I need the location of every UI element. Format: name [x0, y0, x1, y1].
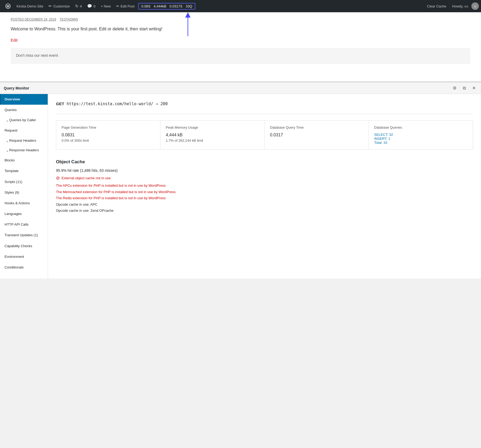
sidebar-item-hooks-actions[interactable]: Hooks & Actions: [0, 198, 48, 209]
edit-post-link[interactable]: Edit: [11, 38, 18, 42]
sidebar-item-blocks[interactable]: Blocks: [0, 155, 48, 166]
qm-main: GET https://test.kinsta.com/hello-world/…: [48, 94, 481, 279]
perf-db-time: 0.0317S: [169, 4, 182, 8]
sidebar-item-languages[interactable]: Languages: [0, 209, 48, 219]
metric-db-queries: Database Queries SELECT: 32 INSERT: 1 To…: [369, 121, 473, 150]
updates-button[interactable]: ↻ 4: [72, 0, 84, 12]
perf-queries: 33Q: [186, 4, 192, 8]
customize-button[interactable]: ✏ Customize: [46, 0, 72, 12]
qm-title: Query Monitor: [4, 86, 29, 90]
qm-header: Query Monitor ⚙ ⧉ ✕: [0, 82, 481, 94]
settings-icon[interactable]: ⚙: [451, 85, 458, 92]
metric-peak-memory: Peak Memory Usage 4,444 kB 1.7% of 262,1…: [160, 121, 265, 150]
metric-label-page-gen: Page Generation Time: [62, 125, 155, 129]
qm-sidebar: Overview Queries ⌞ Queries by Caller Req…: [0, 94, 48, 279]
info-memcached: The Memcached extension for PHP is insta…: [56, 189, 473, 195]
db-insert-link[interactable]: INSERT: 1: [374, 137, 467, 141]
metric-value-page-gen: 0.0831: [62, 133, 155, 137]
metric-value-db-time: 0.0317: [270, 133, 363, 137]
request-method: GET: [56, 101, 64, 106]
cache-hit-rate: 95.9% hit rate (1,486 hits, 63 misses): [56, 168, 473, 173]
sidebar-item-queries[interactable]: Queries: [0, 105, 48, 115]
info-redis: The Redis extension for PHP is installed…: [56, 196, 473, 201]
sidebar-item-queries-by-caller[interactable]: ⌞ Queries by Caller: [0, 115, 48, 125]
sidebar-item-overview[interactable]: Overview: [0, 94, 48, 105]
performance-box[interactable]: 0.08S 4,444kB 0.0317S 33Q: [138, 3, 196, 10]
expand-icon[interactable]: ⧉: [461, 85, 468, 92]
clear-cache-button[interactable]: Clear Cache: [424, 4, 449, 8]
divider: [56, 114, 473, 114]
metric-value-memory: 4,444 kB: [166, 133, 259, 137]
metric-page-gen-time: Page Generation Time 0.0831 0.0% of 300s…: [56, 121, 160, 150]
info-apcu: The APCu extension for PHP is installed …: [56, 183, 473, 188]
sidebar-item-styles[interactable]: Styles (9): [0, 187, 48, 198]
sidebar-item-request-headers[interactable]: ⌞ Request Headers: [0, 136, 48, 145]
comments-button[interactable]: 💬 0: [84, 0, 98, 12]
sidebar-item-scripts[interactable]: Scripts (11): [0, 177, 48, 187]
object-cache-section: Object Cache 95.9% hit rate (1,486 hits,…: [56, 159, 473, 213]
metric-label-db-queries: Database Queries: [374, 125, 467, 129]
sidebar-item-capability-checks[interactable]: Capability Checks: [0, 241, 48, 251]
svg-text:W: W: [6, 5, 10, 8]
avatar[interactable]: U: [471, 2, 479, 10]
admin-bar: W Kinsta Demo Site ✏ Customize ↻ 4 💬 0 +…: [0, 0, 481, 12]
info-opcode-apc: Opcode cache in use: APC: [56, 202, 473, 207]
sidebar-item-http-api-calls[interactable]: HTTP API Calls: [0, 219, 48, 230]
sidebar-item-conditionals[interactable]: Conditionals: [0, 262, 48, 273]
close-icon[interactable]: ✕: [470, 85, 477, 92]
qm-url-bar: GET https://test.kinsta.com/hello-world/…: [56, 101, 473, 106]
metric-db-query-time: Database Query Time 0.0317: [265, 121, 369, 150]
site-name[interactable]: Kinsta Demo Site: [14, 0, 46, 12]
sidebar-item-template[interactable]: Template: [0, 166, 48, 176]
widget-area: Don't miss our next event: [11, 48, 470, 64]
adminbar-right: Clear Cache Howdy, ea U: [424, 2, 479, 10]
sidebar-item-request[interactable]: Request: [0, 125, 48, 136]
warning-text: External object cache not in use: [62, 176, 111, 180]
info-opcode-zend: Opcode cache in use: Zend OPcache: [56, 208, 473, 213]
widget-text: Don't miss our next event: [16, 53, 58, 58]
db-select-link[interactable]: SELECT: 32: [374, 133, 467, 137]
warning-row: ⊘ External object cache not in use: [56, 175, 473, 181]
sidebar-item-environment[interactable]: Environment: [0, 251, 48, 262]
post-author[interactable]: TESTADMIN: [60, 18, 78, 21]
warning-icon: ⊘: [56, 175, 60, 181]
response-status: 200: [160, 101, 168, 106]
new-button[interactable]: + New: [98, 0, 113, 12]
metric-sub-page-gen: 0.0% of 300s limit: [62, 139, 155, 142]
metric-label-memory: Peak Memory Usage: [166, 125, 259, 129]
howdy-text: Howdy, ea: [450, 4, 470, 8]
post-body: Welcome to WordPress. This is your first…: [11, 26, 470, 32]
qm-header-icons: ⚙ ⧉ ✕: [451, 85, 477, 92]
sidebar-item-transient-updates[interactable]: Transient Updates (1): [0, 230, 48, 241]
post-date[interactable]: POSTED DECEMBER 18, 2019: [11, 18, 56, 21]
sidebar-item-response-headers[interactable]: ⌞ Response Headers: [0, 145, 48, 155]
request-url: https://test.kinsta.com/hello-world/: [67, 101, 153, 106]
object-cache-heading: Object Cache: [56, 159, 473, 165]
metric-sub-memory: 1.7% of 262,144 kB limit: [166, 139, 259, 142]
db-total-link[interactable]: Total: 33: [374, 141, 467, 145]
post-meta: POSTED DECEMBER 18, 2019 TESTADMIN: [11, 18, 470, 21]
page-content: POSTED DECEMBER 18, 2019 TESTADMIN Welco…: [0, 12, 481, 82]
perf-time: 0.08S: [142, 4, 151, 8]
wp-logo[interactable]: W: [2, 0, 14, 12]
perf-memory: 4,444kB: [154, 4, 167, 8]
metrics-row: Page Generation Time 0.0831 0.0% of 300s…: [56, 120, 473, 150]
edit-post-button[interactable]: ✏ Edit Post: [114, 0, 137, 12]
metric-label-db-time: Database Query Time: [270, 125, 363, 129]
svg-text:U: U: [474, 5, 476, 8]
query-monitor-panel: Query Monitor ⚙ ⧉ ✕ Overview Queries ⌞ Q…: [0, 82, 481, 279]
